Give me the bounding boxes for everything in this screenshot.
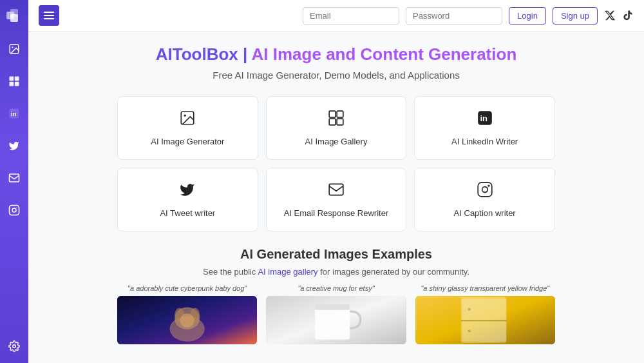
example-card-fridge: "a shiny glassy transparent yellow fridg… bbox=[415, 284, 555, 344]
image-gallery-link[interactable]: AI image gallery bbox=[258, 267, 317, 277]
app-logo[interactable] bbox=[5, 6, 23, 25]
tool-label-image-generator: AI Image Generator bbox=[151, 137, 224, 146]
sidebar: in bbox=[0, 0, 28, 363]
sidebar-item-email[interactable] bbox=[4, 168, 24, 188]
example-caption-dog: "a adorably cute cyberpunk baby dog" bbox=[117, 284, 257, 292]
tool-card-linkedin[interactable]: in AI LinkedIn Writer bbox=[414, 96, 555, 160]
example-card-mug: "a creative mug for etsy" bbox=[266, 284, 406, 344]
svg-rect-27 bbox=[329, 184, 343, 195]
svg-rect-17 bbox=[44, 15, 54, 16]
tool-card-caption[interactable]: AI Caption writer bbox=[414, 168, 555, 231]
tool-card-image-gallery[interactable]: AI Image Gallery bbox=[266, 96, 407, 160]
page-content: AIToolBox | AI Image and Content Generat… bbox=[28, 32, 644, 357]
svg-rect-28 bbox=[478, 182, 492, 197]
linkedin-icon: in bbox=[477, 110, 493, 130]
page-subtitle: Free AI Image Generator, Demo Models, an… bbox=[54, 70, 618, 81]
svg-rect-8 bbox=[15, 82, 19, 86]
svg-point-13 bbox=[12, 208, 16, 212]
svg-rect-16 bbox=[44, 12, 54, 13]
email-icon bbox=[328, 181, 345, 202]
svg-rect-21 bbox=[329, 111, 336, 117]
svg-point-36 bbox=[180, 313, 194, 328]
svg-rect-23 bbox=[329, 119, 336, 125]
x-social-link[interactable] bbox=[604, 10, 616, 21]
svg-rect-12 bbox=[10, 206, 19, 215]
example-image-fridge bbox=[415, 296, 555, 344]
svg-point-20 bbox=[184, 115, 186, 117]
example-caption-fridge: "a shiny glassy transparent yellow fridg… bbox=[415, 284, 555, 292]
svg-rect-18 bbox=[44, 18, 54, 19]
svg-rect-11 bbox=[10, 174, 19, 182]
svg-rect-2 bbox=[10, 14, 18, 22]
tool-label-image-gallery: AI Image Gallery bbox=[305, 137, 368, 146]
gallery-icon bbox=[328, 110, 345, 130]
svg-point-30 bbox=[488, 184, 489, 186]
page-title: AIToolBox | AI Image and Content Generat… bbox=[54, 44, 618, 64]
svg-point-46 bbox=[468, 329, 470, 332]
tool-card-email[interactable]: AI Email Response Rewriter bbox=[266, 168, 407, 231]
tweet-icon bbox=[179, 181, 196, 202]
svg-rect-39 bbox=[315, 304, 350, 310]
password-input[interactable] bbox=[406, 7, 502, 25]
login-button[interactable]: Login bbox=[509, 7, 546, 25]
menu-button[interactable] bbox=[39, 5, 59, 26]
sidebar-item-image-gallery[interactable] bbox=[4, 71, 24, 92]
top-navbar: Login Sign up bbox=[28, 0, 644, 32]
svg-point-14 bbox=[16, 207, 17, 208]
sidebar-item-image-generator[interactable] bbox=[4, 39, 24, 59]
signup-button[interactable]: Sign up bbox=[553, 7, 598, 25]
tool-label-caption: AI Caption writer bbox=[454, 208, 516, 218]
title-dark-part: AIToolBox | bbox=[156, 44, 248, 64]
email-input[interactable] bbox=[303, 7, 399, 25]
example-image-mug bbox=[266, 296, 406, 344]
tool-grid: AI Image Generator AI Image Gallery bbox=[117, 96, 555, 231]
svg-rect-7 bbox=[10, 82, 14, 86]
tool-label-email: AI Email Response Rewriter bbox=[284, 208, 389, 218]
title-light-part: AI Image and Content Generation bbox=[247, 44, 516, 64]
example-card-dog: "a adorably cute cyberpunk baby dog" bbox=[117, 284, 257, 344]
sidebar-item-instagram[interactable] bbox=[4, 200, 24, 221]
sidebar-item-twitter[interactable] bbox=[4, 135, 24, 156]
svg-point-15 bbox=[13, 345, 16, 348]
svg-rect-24 bbox=[337, 119, 343, 125]
svg-text:in: in bbox=[480, 113, 488, 123]
examples-title: AI Generated Images Examples bbox=[54, 247, 618, 262]
svg-rect-5 bbox=[10, 77, 14, 81]
svg-point-45 bbox=[468, 308, 470, 310]
examples-grid: "a adorably cute cyberpunk baby dog" bbox=[117, 284, 555, 344]
svg-rect-22 bbox=[337, 111, 343, 117]
tiktok-social-link[interactable] bbox=[622, 10, 634, 21]
tool-label-linkedin: AI LinkedIn Writer bbox=[451, 137, 518, 146]
caption-icon bbox=[477, 181, 493, 202]
svg-point-4 bbox=[12, 46, 13, 48]
tool-card-image-generator[interactable]: AI Image Generator bbox=[117, 96, 258, 160]
svg-text:in: in bbox=[11, 110, 17, 117]
examples-subtitle-suffix: for images generated by our community. bbox=[318, 267, 469, 277]
example-caption-mug: "a creative mug for etsy" bbox=[266, 284, 406, 292]
examples-subtitle-text: See the public bbox=[203, 267, 258, 277]
image-gen-icon bbox=[179, 110, 196, 130]
tool-label-tweet: AI Tweet writer bbox=[160, 208, 215, 218]
svg-point-29 bbox=[482, 187, 488, 193]
tool-card-tweet[interactable]: AI Tweet writer bbox=[117, 168, 258, 231]
svg-rect-6 bbox=[15, 77, 19, 81]
sidebar-item-linkedin[interactable]: in bbox=[4, 103, 24, 124]
example-image-dog bbox=[117, 296, 257, 344]
examples-subtitle: See the public AI image gallery for imag… bbox=[54, 267, 618, 277]
sidebar-item-settings[interactable] bbox=[4, 336, 24, 357]
main-content: Login Sign up AIToolBox | AI Image and C… bbox=[28, 0, 644, 363]
